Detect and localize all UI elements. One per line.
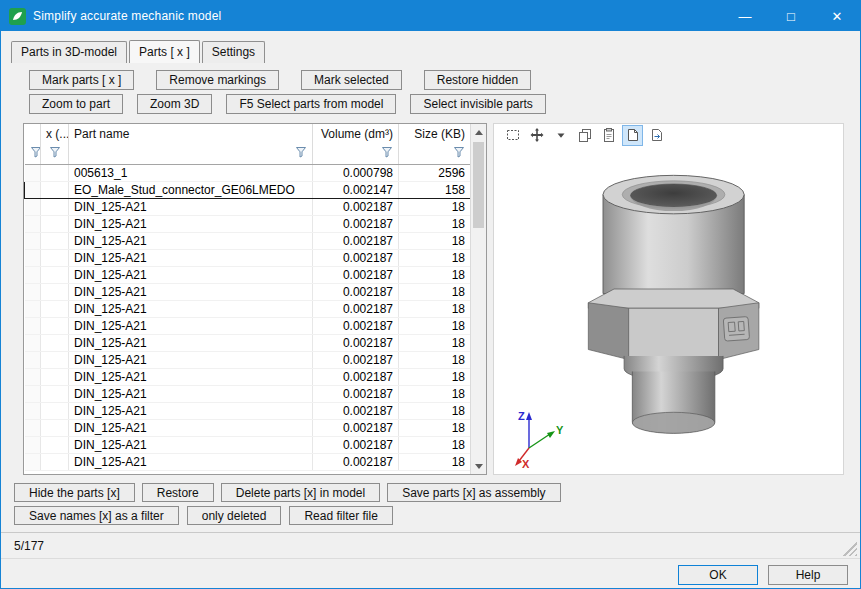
action-only-deleted-button[interactable]: only deleted: [187, 506, 282, 525]
select-window-icon[interactable]: [503, 126, 522, 145]
x-flag-cell[interactable]: [41, 300, 69, 317]
row-selector-cell[interactable]: [25, 368, 41, 385]
volume-cell[interactable]: 0.002187: [313, 402, 399, 419]
part-name-cell[interactable]: DIN_125-A21: [69, 198, 313, 215]
x-flag-cell[interactable]: [41, 232, 69, 249]
x-flag-cell[interactable]: [41, 198, 69, 215]
table-scrollbar[interactable]: [470, 124, 486, 474]
volume-cell[interactable]: 0.002187: [313, 368, 399, 385]
size-cell[interactable]: 18: [399, 419, 471, 436]
size-cell[interactable]: 18: [399, 385, 471, 402]
x-flag-cell[interactable]: [41, 334, 69, 351]
toolbar-mark-parts-x-button[interactable]: Mark parts [ x ]: [29, 70, 134, 90]
x-flag-cell[interactable]: [41, 385, 69, 402]
table-row[interactable]: DIN_125-A210.00218718: [25, 198, 471, 215]
size-cell[interactable]: 18: [399, 453, 471, 470]
table-row[interactable]: DIN_125-A210.00218718: [25, 351, 471, 368]
action-save-parts-x-as-assembly-button[interactable]: Save parts [x] as assembly: [387, 483, 560, 502]
scroll-up-arrow[interactable]: [471, 124, 486, 140]
row-selector-cell[interactable]: [25, 453, 41, 470]
part-name-cell[interactable]: DIN_125-A21: [69, 283, 313, 300]
size-cell[interactable]: 18: [399, 317, 471, 334]
viewer-canvas[interactable]: Z Y X: [494, 146, 843, 474]
row-selector-cell[interactable]: [25, 300, 41, 317]
size-cell[interactable]: 18: [399, 232, 471, 249]
tab-settings[interactable]: Settings: [202, 41, 265, 63]
table-row[interactable]: DIN_125-A210.00218718: [25, 402, 471, 419]
table-row[interactable]: DIN_125-A210.00218718: [25, 232, 471, 249]
size-cell[interactable]: 18: [399, 300, 471, 317]
table-row[interactable]: DIN_125-A210.00218718: [25, 317, 471, 334]
table-row[interactable]: DIN_125-A210.00218718: [25, 215, 471, 232]
part-name-cell[interactable]: DIN_125-A21: [69, 300, 313, 317]
x-flag-cell[interactable]: [41, 402, 69, 419]
volume-cell[interactable]: 0.002187: [313, 249, 399, 266]
size-cell[interactable]: 18: [399, 266, 471, 283]
table-row[interactable]: DIN_125-A210.00218718: [25, 453, 471, 470]
action-hide-the-parts-x-button[interactable]: Hide the parts [x]: [14, 483, 135, 502]
volume-cell[interactable]: 0.002187: [313, 436, 399, 453]
part-name-cell[interactable]: DIN_125-A21: [69, 317, 313, 334]
row-selector-cell[interactable]: [25, 351, 41, 368]
column-header-volume-dm[interactable]: Volume (dm³): [313, 124, 399, 143]
column-header-part-name[interactable]: Part name: [69, 124, 313, 143]
part-name-cell[interactable]: 005613_1: [69, 164, 313, 181]
action-restore-button[interactable]: Restore: [142, 483, 214, 502]
volume-cell[interactable]: 0.002187: [313, 351, 399, 368]
titlebar[interactable]: Simplify accurate mechanic model — □ ✕: [1, 1, 860, 31]
filter-button[interactable]: [399, 143, 471, 164]
row-selector-cell[interactable]: [25, 402, 41, 419]
tab-parts-x[interactable]: Parts [ x ]: [129, 40, 200, 63]
part-name-cell[interactable]: DIN_125-A21: [69, 249, 313, 266]
part-name-cell[interactable]: DIN_125-A21: [69, 351, 313, 368]
part-name-cell[interactable]: DIN_125-A21: [69, 232, 313, 249]
row-selector-cell[interactable]: [25, 198, 41, 215]
x-flag-cell[interactable]: [41, 453, 69, 470]
table-row[interactable]: DIN_125-A210.00218718: [25, 334, 471, 351]
volume-cell[interactable]: 0.002187: [313, 198, 399, 215]
row-selector-cell[interactable]: [25, 266, 41, 283]
action-read-filter-file-button[interactable]: Read filter file: [289, 506, 392, 525]
table-row[interactable]: EO_Male_Stud_connector_GE06LMEDO0.002147…: [25, 181, 471, 198]
volume-cell[interactable]: 0.002187: [313, 266, 399, 283]
size-cell[interactable]: 158: [399, 181, 471, 198]
table-row[interactable]: DIN_125-A210.00218718: [25, 249, 471, 266]
part-name-cell[interactable]: DIN_125-A21: [69, 453, 313, 470]
size-cell[interactable]: 18: [399, 249, 471, 266]
part-name-cell[interactable]: DIN_125-A21: [69, 215, 313, 232]
scrollbar-track[interactable]: [471, 140, 486, 458]
filter-button[interactable]: [69, 143, 313, 164]
row-selector-cell[interactable]: [25, 283, 41, 300]
volume-cell[interactable]: 0.002187: [313, 300, 399, 317]
maximize-button[interactable]: □: [768, 1, 814, 31]
x-flag-cell[interactable]: [41, 436, 69, 453]
table-row[interactable]: DIN_125-A210.00218718: [25, 368, 471, 385]
x-flag-cell[interactable]: [41, 283, 69, 300]
volume-cell[interactable]: 0.002187: [313, 419, 399, 436]
part-name-cell[interactable]: DIN_125-A21: [69, 266, 313, 283]
x-flag-cell[interactable]: [41, 317, 69, 334]
table-row[interactable]: DIN_125-A210.00218718: [25, 266, 471, 283]
table-row[interactable]: DIN_125-A210.00218718: [25, 300, 471, 317]
size-cell[interactable]: 2596: [399, 164, 471, 181]
scroll-down-arrow[interactable]: [471, 458, 486, 474]
row-selector-cell[interactable]: [25, 334, 41, 351]
size-cell[interactable]: 18: [399, 334, 471, 351]
size-cell[interactable]: 18: [399, 283, 471, 300]
size-cell[interactable]: 18: [399, 198, 471, 215]
minimize-button[interactable]: —: [722, 1, 768, 31]
row-selector-cell[interactable]: [25, 232, 41, 249]
tab-parts-in-3d-model[interactable]: Parts in 3D-model: [11, 41, 127, 63]
volume-cell[interactable]: 0.002187: [313, 283, 399, 300]
resize-grip[interactable]: [843, 542, 857, 556]
x-flag-cell[interactable]: [41, 419, 69, 436]
toolbar-zoom-to-part-button[interactable]: Zoom to part: [29, 94, 123, 114]
part-name-cell[interactable]: DIN_125-A21: [69, 368, 313, 385]
size-cell[interactable]: 18: [399, 215, 471, 232]
volume-cell[interactable]: 0.002187: [313, 453, 399, 470]
x-flag-cell[interactable]: [41, 266, 69, 283]
pan-icon[interactable]: [527, 126, 546, 145]
table-row[interactable]: DIN_125-A210.00218718: [25, 283, 471, 300]
row-selector-cell[interactable]: [25, 436, 41, 453]
row-selector-cell[interactable]: [25, 385, 41, 402]
